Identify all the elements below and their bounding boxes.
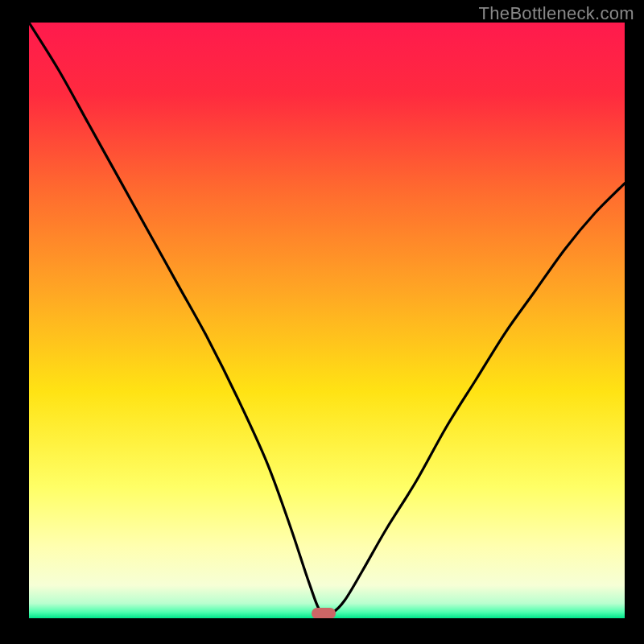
bottleneck-curve [29,23,625,618]
plot-area [29,23,625,618]
chart-frame: TheBottleneck.com [0,0,644,644]
watermark-text: TheBottleneck.com [479,3,634,24]
optimum-marker [312,608,336,618]
